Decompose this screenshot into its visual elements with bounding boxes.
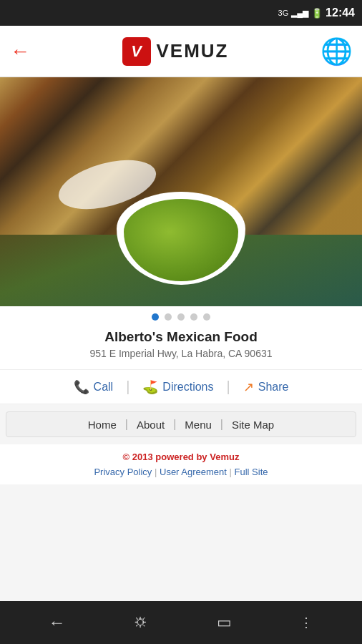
signal-icon: ▂▄▆: [291, 9, 308, 18]
dot-5[interactable]: [203, 313, 210, 321]
agreement-link[interactable]: User Agreement: [160, 467, 227, 477]
footer: © 2013 powered by Vemuz Privacy Policy |…: [0, 444, 362, 484]
food-photo: [0, 77, 362, 306]
call-label: Call: [94, 381, 114, 394]
nav-back-button[interactable]: ←: [48, 613, 65, 633]
dot-4[interactable]: [190, 313, 197, 321]
nav-recent-icon: ▭: [217, 613, 232, 632]
globe-icon: 🌐: [321, 36, 352, 67]
nav-back-icon: ←: [48, 613, 65, 633]
nav-more-button[interactable]: ⋮: [300, 615, 314, 630]
call-icon: 📞: [74, 379, 89, 395]
tab-home[interactable]: Home: [79, 419, 125, 431]
nav-home-button[interactable]: ⛭: [133, 613, 149, 632]
guacamole-bowl: [117, 192, 245, 285]
share-label: Share: [258, 381, 289, 394]
powered-by-text: powered by Vemuz: [155, 452, 239, 462]
copyright: © 2013 powered by Vemuz: [7, 452, 355, 462]
restaurant-info: Alberto's Mexican Food 951 E Imperial Hw…: [0, 326, 362, 370]
tab-about[interactable]: About: [128, 419, 173, 431]
directions-label: Directions: [162, 381, 213, 394]
fullsite-link[interactable]: Full Site: [235, 467, 268, 477]
logo: V VEMUZ: [122, 37, 229, 66]
nav-more-icon: ⋮: [300, 615, 314, 630]
directions-button[interactable]: ⛳ Directions: [129, 379, 226, 395]
bottom-nav: ← ⛭ ▭ ⋮: [0, 601, 362, 644]
directions-icon: ⛳: [142, 379, 158, 395]
privacy-link[interactable]: Privacy Policy: [94, 467, 152, 477]
nav-home-icon: ⛭: [133, 613, 149, 632]
nav-recent-button[interactable]: ▭: [217, 613, 232, 632]
image-dots: [0, 306, 362, 326]
dot-3[interactable]: [177, 313, 185, 321]
globe-button[interactable]: 🌐: [321, 36, 352, 67]
tab-menu[interactable]: Menu: [176, 419, 220, 431]
network-label: 3G: [278, 9, 289, 17]
logo-text: VEMUZ: [157, 40, 229, 62]
guacamole-inside: [124, 199, 238, 281]
call-button[interactable]: 📞 Call: [61, 379, 127, 395]
clock: 12:44: [326, 6, 355, 19]
nav-tabs: Home | About | Menu | Site Map: [6, 411, 356, 437]
link-sep-2: |: [230, 467, 235, 477]
back-button[interactable]: ←: [10, 40, 30, 63]
logo-v-icon: V: [122, 37, 151, 66]
tab-sitemap[interactable]: Site Map: [223, 419, 283, 431]
share-button[interactable]: ↗ Share: [230, 379, 302, 395]
powered-by: powered by Vemuz: [155, 452, 239, 462]
dot-1[interactable]: [152, 313, 159, 321]
share-icon: ↗: [243, 379, 254, 395]
status-bar: 3G ▂▄▆ 🔋 12:44: [0, 0, 362, 26]
battery-icon: 🔋: [311, 8, 323, 19]
header: ← V VEMUZ 🌐: [0, 26, 362, 77]
food-image: [0, 77, 362, 306]
footer-links: Privacy Policy | User Agreement | Full S…: [7, 467, 355, 477]
copyright-text: © 2013: [123, 452, 153, 462]
action-bar: 📞 Call | ⛳ Directions | ↗ Share: [0, 370, 362, 404]
restaurant-name: Alberto's Mexican Food: [11, 329, 351, 345]
link-sep-1: |: [155, 467, 160, 477]
status-icons: 3G ▂▄▆ 🔋 12:44: [278, 6, 355, 19]
dot-2[interactable]: [165, 313, 172, 321]
restaurant-address: 951 E Imperial Hwy, La Habra, CA 90631: [11, 348, 351, 359]
